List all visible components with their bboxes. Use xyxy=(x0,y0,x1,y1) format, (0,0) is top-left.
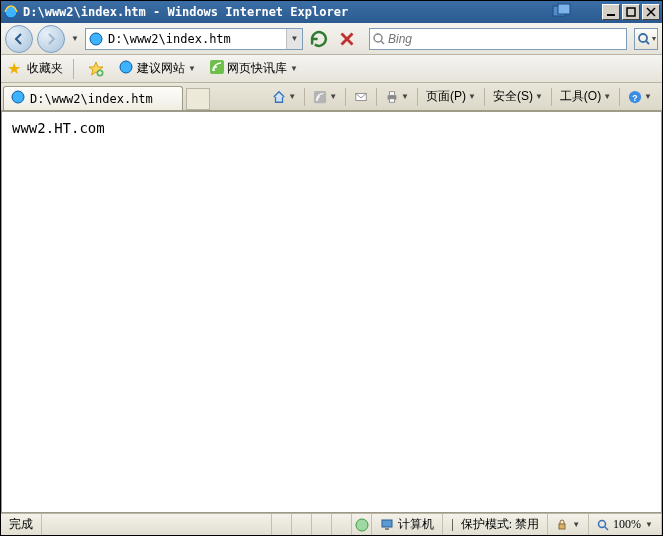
status-pane-1 xyxy=(272,514,292,535)
svg-rect-2 xyxy=(558,4,570,14)
safety-menu-label: 安全(S) xyxy=(493,88,533,105)
window-title: D:\www2\index.htm - Windows Internet Exp… xyxy=(23,5,552,19)
search-bar[interactable] xyxy=(369,28,627,50)
search-provider-icon xyxy=(370,32,388,46)
read-mail-button[interactable] xyxy=(350,86,372,108)
svg-line-34 xyxy=(605,527,608,530)
refresh-button[interactable] xyxy=(307,27,331,51)
tools-menu-label: 工具(O) xyxy=(560,88,601,105)
svg-line-11 xyxy=(381,41,384,44)
status-spacer xyxy=(42,514,272,535)
feed-icon xyxy=(210,60,224,77)
favorites-star-icon[interactable]: ★ xyxy=(7,59,21,78)
zoom-value: 100% xyxy=(613,517,641,532)
nav-history-dropdown[interactable]: ▼ xyxy=(69,25,81,53)
separator xyxy=(551,88,552,106)
zoom-icon xyxy=(597,519,609,531)
page-content: www2.HT.com xyxy=(1,111,662,513)
svg-point-7 xyxy=(90,33,102,45)
page-menu[interactable]: 页面(P)▼ xyxy=(422,86,480,108)
svg-text:?: ? xyxy=(632,92,637,102)
ie-small-icon xyxy=(118,59,134,78)
status-pane-2 xyxy=(292,514,312,535)
svg-point-12 xyxy=(639,34,647,42)
home-button[interactable]: ▼ xyxy=(268,86,300,108)
svg-point-22 xyxy=(317,98,319,100)
status-pane-3 xyxy=(312,514,332,535)
svg-rect-32 xyxy=(559,524,565,529)
separator xyxy=(304,88,305,106)
svg-point-17 xyxy=(120,61,132,73)
web-slice-label: 网页快讯库 xyxy=(227,60,287,77)
minimize-button[interactable] xyxy=(602,4,620,20)
print-button[interactable]: ▼ xyxy=(381,86,413,108)
svg-rect-4 xyxy=(627,8,635,16)
web-slice-link[interactable]: 网页快讯库 ▼ xyxy=(206,58,302,79)
restore-group-icon[interactable] xyxy=(552,3,572,22)
body-text: www2.HT.com xyxy=(12,120,105,136)
svg-rect-26 xyxy=(389,98,394,102)
svg-rect-25 xyxy=(389,91,394,95)
svg-point-19 xyxy=(213,69,215,71)
search-input[interactable] xyxy=(388,32,626,46)
new-tab-button[interactable] xyxy=(186,88,210,110)
address-dropdown[interactable]: ▼ xyxy=(286,29,302,49)
browser-window: D:\www2\index.htm - Windows Internet Exp… xyxy=(0,0,663,536)
address-bar[interactable]: ▼ xyxy=(85,28,303,50)
status-pane-4 xyxy=(332,514,352,535)
status-done: 完成 xyxy=(1,514,42,535)
help-button[interactable]: ?▼ xyxy=(624,86,656,108)
maximize-button[interactable] xyxy=(622,4,640,20)
page-menu-label: 页面(P) xyxy=(426,88,466,105)
zoom-control[interactable]: 100% ▼ xyxy=(589,514,662,535)
add-to-favorites-button[interactable] xyxy=(84,59,108,79)
popup-blocked-icon[interactable] xyxy=(352,514,372,535)
tab-label: D:\www2\index.htm xyxy=(30,92,153,106)
separator xyxy=(619,88,620,106)
search-button[interactable]: ▾ xyxy=(634,28,658,50)
status-protected-mode: | 保护模式: 禁用 xyxy=(443,514,548,535)
svg-rect-31 xyxy=(385,528,389,530)
stop-button[interactable] xyxy=(335,27,359,51)
favorites-label[interactable]: 收藏夹 xyxy=(27,60,63,77)
safety-menu[interactable]: 安全(S)▼ xyxy=(489,86,547,108)
tab-icon xyxy=(10,89,26,108)
svg-point-10 xyxy=(374,34,382,42)
forward-button[interactable] xyxy=(37,25,65,53)
page-icon xyxy=(88,31,104,47)
computer-icon xyxy=(380,518,394,532)
separator xyxy=(345,88,346,106)
status-privacy[interactable]: ▼ xyxy=(548,514,589,535)
status-bar: 完成 计算机 | 保护模式: 禁用 ▼ 100% ▼ xyxy=(1,513,662,535)
separator xyxy=(484,88,485,106)
address-input[interactable] xyxy=(106,32,286,46)
ie-icon xyxy=(3,4,19,20)
suggested-sites-label: 建议网站 xyxy=(137,60,185,77)
separator xyxy=(417,88,418,106)
window-buttons xyxy=(602,4,660,20)
feeds-button[interactable]: ▼ xyxy=(309,86,341,108)
svg-point-29 xyxy=(356,519,368,531)
separator xyxy=(73,59,74,79)
svg-line-13 xyxy=(646,41,649,44)
status-zone[interactable]: 计算机 xyxy=(372,514,443,535)
privacy-icon xyxy=(556,519,568,531)
tab-strip: D:\www2\index.htm ▼ ▼ ▼ 页面(P)▼ xyxy=(1,83,662,111)
svg-point-33 xyxy=(599,520,606,527)
svg-rect-30 xyxy=(382,520,392,527)
close-button[interactable] xyxy=(642,4,660,20)
tools-menu[interactable]: 工具(O)▼ xyxy=(556,86,615,108)
nav-toolbar: ▼ ▼ ▾ xyxy=(1,23,662,55)
tab-current[interactable]: D:\www2\index.htm xyxy=(3,86,183,110)
suggested-sites-link[interactable]: 建议网站 ▼ xyxy=(114,57,200,80)
back-button[interactable] xyxy=(5,25,33,53)
separator xyxy=(376,88,377,106)
svg-point-20 xyxy=(12,91,24,103)
titlebar: D:\www2\index.htm - Windows Internet Exp… xyxy=(1,1,662,23)
favorites-bar: ★ 收藏夹 建议网站 ▼ 网页快讯库 ▼ xyxy=(1,55,662,83)
status-zone-label: 计算机 xyxy=(398,516,434,533)
command-bar: ▼ ▼ ▼ 页面(P)▼ 安全(S)▼ 工具(O) xyxy=(268,83,662,110)
